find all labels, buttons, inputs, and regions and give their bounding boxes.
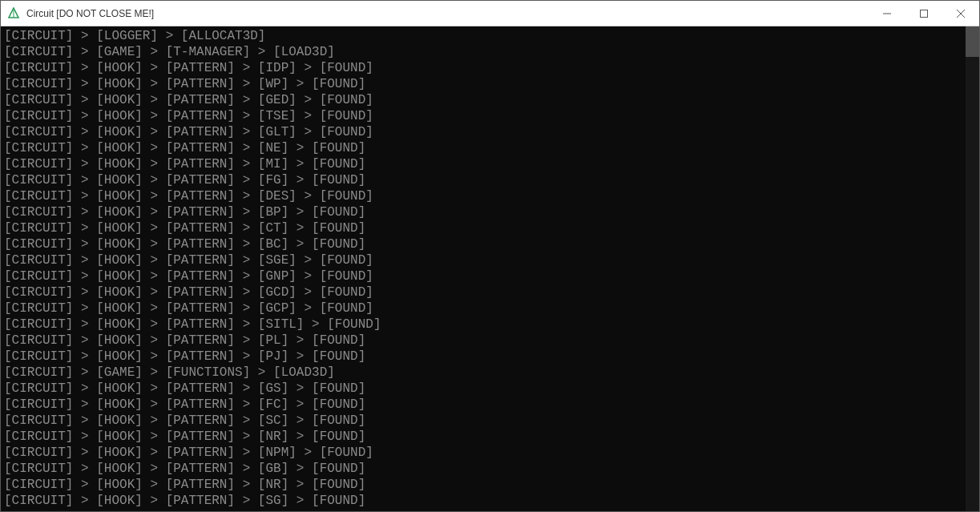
console-line: [CIRCUIT] > [HOOK] > [PATTERN] > [SG] > … — [4, 493, 962, 509]
console-line: [CIRCUIT] > [HOOK] > [PATTERN] > [FG] > … — [4, 172, 962, 188]
console-line: [CIRCUIT] > [HOOK] > [PATTERN] > [SITL] … — [4, 316, 962, 333]
console-line: [CIRCUIT] > [HOOK] > [PATTERN] > [GCP] >… — [4, 300, 962, 316]
close-button[interactable] — [942, 1, 979, 26]
console-line: [CIRCUIT] > [GAME] > [T-MANAGER] > [LOAD… — [4, 44, 962, 60]
console-line: [CIRCUIT] > [HOOK] > [PATTERN] > [BP] > … — [4, 204, 962, 220]
console-line: [CIRCUIT] > [HOOK] > [PATTERN] > [GNP] >… — [4, 268, 962, 284]
console-line: [CIRCUIT] > [HOOK] > [PATTERN] > [GED] >… — [4, 92, 962, 108]
console-line: [CIRCUIT] > [HOOK] > [PATTERN] > [BC] > … — [4, 236, 962, 252]
console-line: [CIRCUIT] > [HOOK] > [PATTERN] > [IDP] >… — [4, 60, 962, 76]
svg-rect-0 — [921, 10, 928, 17]
console-line: [CIRCUIT] > [HOOK] > [PATTERN] > [MI] > … — [4, 156, 962, 172]
scrollbar-thumb[interactable] — [966, 26, 979, 57]
console-line: [CIRCUIT] > [HOOK] > [PATTERN] > [GB] > … — [4, 461, 962, 477]
console-output: [CIRCUIT] > [LOGGER] > [ALLOCAT3D][CIRCU… — [1, 26, 966, 511]
minimize-button[interactable] — [869, 1, 905, 26]
console-line: [CIRCUIT] > [HOOK] > [PATTERN] > [GLT] >… — [4, 124, 962, 140]
window-controls — [869, 1, 979, 26]
titlebar[interactable]: Circuit [DO NOT CLOSE ME!] — [1, 1, 979, 26]
console-line: [CIRCUIT] > [HOOK] > [PATTERN] > [GS] > … — [4, 381, 962, 397]
console-line: [CIRCUIT] > [HOOK] > [PATTERN] > [SC] > … — [4, 413, 962, 429]
console-line: [CIRCUIT] > [HOOK] > [PATTERN] > [PJ] > … — [4, 349, 962, 365]
console-line: [CIRCUIT] > [HOOK] > [PATTERN] > [PL] > … — [4, 333, 962, 349]
console-line: [CIRCUIT] > [HOOK] > [PATTERN] > [NE] > … — [4, 140, 962, 156]
console-line: [CIRCUIT] > [HOOK] > [PATTERN] > [NR] > … — [4, 477, 962, 493]
console-line: [CIRCUIT] > [HOOK] > [PATTERN] > [GCD] >… — [4, 284, 962, 300]
console-line: [CIRCUIT] > [HOOK] > [PATTERN] > [WP] > … — [4, 76, 962, 92]
console-line: [CIRCUIT] > [LOGGER] > [ALLOCAT3D] — [4, 28, 962, 44]
application-window: Circuit [DO NOT CLOSE ME!] [CIRCUIT] > [… — [0, 0, 980, 512]
console-line: [CIRCUIT] > [GAME] > [FUNCTIONS] > [LOAD… — [4, 365, 962, 381]
console-line: [CIRCUIT] > [HOOK] > [PATTERN] > [DES] >… — [4, 188, 962, 204]
console-line: [CIRCUIT] > [HOOK] > [PATTERN] > [NPM] >… — [4, 445, 962, 461]
scrollbar-vertical[interactable] — [966, 26, 979, 511]
console-line: [CIRCUIT] > [HOOK] > [PATTERN] > [CT] > … — [4, 220, 962, 236]
window-title: Circuit [DO NOT CLOSE ME!] — [26, 8, 869, 19]
console-line: [CIRCUIT] > [HOOK] > [PATTERN] > [NR] > … — [4, 429, 962, 445]
console-body: [CIRCUIT] > [LOGGER] > [ALLOCAT3D][CIRCU… — [1, 26, 979, 511]
console-line: [CIRCUIT] > [HOOK] > [PATTERN] > [SGE] >… — [4, 252, 962, 268]
console-line: [CIRCUIT] > [HOOK] > [PATTERN] > [FC] > … — [4, 397, 962, 413]
app-icon — [7, 7, 20, 20]
console-line: [CIRCUIT] > [HOOK] > [PATTERN] > [TSE] >… — [4, 108, 962, 124]
maximize-button[interactable] — [905, 1, 942, 26]
